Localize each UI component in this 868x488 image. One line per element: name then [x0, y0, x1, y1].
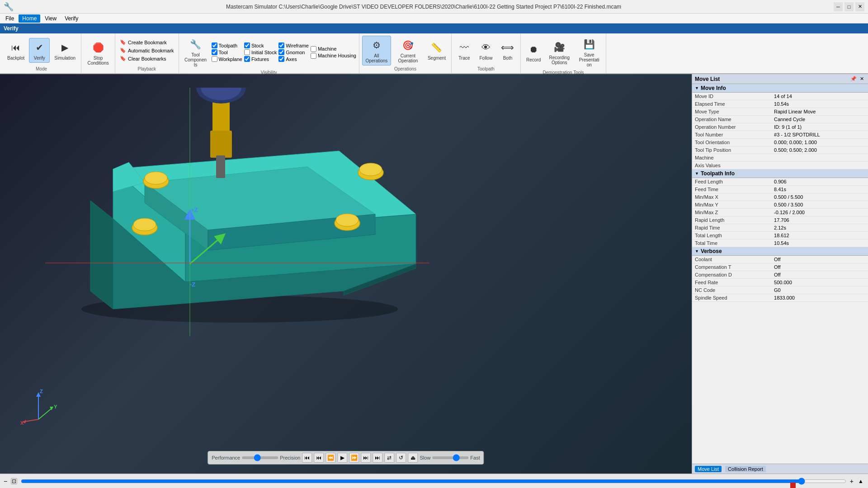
panel-content: ▼ Move Info Move ID14 of 14Elapsed Time1…: [692, 84, 868, 464]
cb-wireframe-input[interactable]: [278, 42, 284, 48]
viewport-bg: +Z -Z Z: [0, 74, 692, 474]
field-key: Elapsed Time: [692, 100, 771, 108]
panel-pin-button[interactable]: 📌: [850, 75, 857, 83]
tool-components-icon: 🔧: [189, 37, 203, 52]
precision-label: Precision: [280, 455, 300, 460]
stop-icon: 🛑: [91, 40, 105, 55]
cb-workplane-input[interactable]: [212, 56, 217, 62]
ribbon-btn-create-bookmark[interactable]: 🔖Create Bookmark: [118, 38, 175, 46]
field-key: Feed Time: [692, 186, 771, 193]
cb-machine-housing-input[interactable]: [311, 53, 316, 59]
cb-machine-input[interactable]: [311, 46, 316, 52]
ribbon-btn-auto-bookmark[interactable]: 🔖Automatic Bookmark: [118, 47, 175, 54]
table-row: Min/Max X0.500 / 5.500: [692, 193, 868, 201]
ribbon-btn-verify[interactable]: ✔ Verify: [29, 38, 50, 63]
pb-extra2-button[interactable]: ⏏: [408, 453, 418, 463]
record-icon: ⏺: [526, 42, 541, 56]
table-row: Tool Orientation0.000; 0.000; 1.000: [692, 139, 868, 146]
pb-prev-start-button[interactable]: ⏮: [314, 453, 324, 463]
trace-icon: 〰: [457, 40, 472, 55]
cb-fixtures-input[interactable]: [244, 56, 250, 62]
toolpath-info-header[interactable]: ▼ Toolpath Info: [692, 169, 868, 178]
verbose-header[interactable]: ▼ Verbose: [692, 247, 868, 256]
ribbon-btn-follow[interactable]: 👁 Follow: [476, 38, 496, 62]
footer-tab-move-list[interactable]: Move List: [695, 466, 722, 472]
zoom-in-button[interactable]: +: [850, 478, 854, 485]
simulation-icon: ▶: [58, 40, 72, 55]
svg-rect-21: [216, 155, 225, 178]
ribbon-btn-current-operation[interactable]: 🎯 Current Operation: [393, 36, 423, 65]
cb-gnomon-input[interactable]: [278, 49, 284, 55]
maximize-button[interactable]: □: [844, 2, 854, 11]
pb-last-button[interactable]: ⏭: [373, 453, 382, 463]
field-key: Coolant: [692, 256, 771, 263]
mode-group-label: Mode: [36, 66, 47, 71]
ribbon-btn-all-operations[interactable]: ⚙ All Operations: [362, 36, 391, 66]
timeline-slider[interactable]: [21, 478, 846, 484]
pb-play-button[interactable]: ▶: [337, 453, 347, 463]
footer-tab-collision-report[interactable]: Collision Report: [725, 466, 766, 472]
pb-rewind-button[interactable]: ⏪: [326, 453, 335, 463]
ribbon-group-stop: 🛑 Stop Conditions: [81, 33, 115, 73]
speed-slider[interactable]: [432, 456, 468, 459]
viewport[interactable]: +Z -Z Z: [0, 74, 692, 474]
cb-axes: Axes: [278, 56, 309, 62]
menu-home[interactable]: Home: [19, 14, 40, 23]
close-button[interactable]: ✕: [855, 2, 864, 11]
ribbon-group-playback: 🔖Create Bookmark 🔖Automatic Bookmark 🔖Cl…: [115, 33, 179, 73]
pb-refresh-button[interactable]: ↺: [396, 453, 406, 463]
ribbon-btn-backplot[interactable]: ⏮ Backplot: [5, 38, 27, 62]
ribbon-btn-save-presentation[interactable]: 💾 Save Presentation: [575, 35, 603, 69]
menu-file[interactable]: File: [2, 14, 18, 23]
field-key: Operation Number: [692, 123, 771, 131]
ribbon-btn-trace[interactable]: 〰 Trace: [454, 38, 474, 62]
move-info-header[interactable]: ▼ Move Info: [692, 84, 868, 93]
field-value: [771, 154, 868, 162]
menu-verify[interactable]: Verify: [61, 14, 82, 23]
ribbon-ops-items: ⚙ All Operations 🎯 Current Operation 📏 S…: [362, 35, 448, 66]
pb-extra1-button[interactable]: ⇄: [384, 453, 394, 463]
ribbon-btn-stop-conditions[interactable]: 🛑 Stop Conditions: [84, 38, 112, 67]
cb-stock-input[interactable]: [244, 42, 250, 48]
performance-slider[interactable]: [242, 456, 278, 459]
field-value: #3 - 1/2 SPOTDRILL: [771, 131, 868, 139]
cb-toolpath-input[interactable]: [212, 42, 217, 48]
cb-gnomon: Gnomon: [278, 49, 309, 55]
table-row: Tool Tip Position0.500; 0.500; 2.000: [692, 146, 868, 154]
cb-tool-input[interactable]: [212, 49, 217, 55]
table-row: Total Length18.612: [692, 232, 868, 239]
cb-machine: Machine: [311, 46, 356, 52]
pb-first-button[interactable]: ⏮: [302, 453, 312, 463]
cb-axes-input[interactable]: [278, 56, 284, 62]
field-value: 8.41s: [771, 186, 868, 193]
panel-close-button[interactable]: ✕: [858, 75, 865, 83]
ribbon-btn-recording-options[interactable]: 🎥 Recording Options: [545, 38, 573, 67]
visibility-checkboxes4: Machine Machine Housing: [311, 46, 356, 59]
field-value: 2.12s: [771, 224, 868, 232]
ribbon-btn-record[interactable]: ⏺ Record: [524, 40, 543, 64]
timeline-zoom-fit[interactable]: ⊡: [11, 478, 17, 484]
menu-view[interactable]: View: [41, 14, 60, 23]
ribbon-btn-both[interactable]: ⟺ Both: [498, 38, 518, 62]
table-row: Feed Rate500.000: [692, 279, 868, 286]
ribbon-btn-tool-components[interactable]: 🔧 Tool Components: [182, 35, 210, 69]
main-area: +Z -Z Z: [0, 74, 868, 474]
minimize-button[interactable]: ─: [834, 2, 843, 11]
toolpath-info-label: Toolpath Info: [701, 170, 735, 177]
panel-header-controls: 📌 ✕: [850, 75, 865, 83]
ribbon-btn-simulation[interactable]: ▶ Simulation: [52, 38, 78, 62]
pb-ff-button[interactable]: ⏩: [349, 453, 359, 463]
ribbon-btn-clear-bookmarks[interactable]: 🔖Clear Bookmarks: [118, 55, 175, 62]
zoom-out-button[interactable]: −: [4, 478, 7, 485]
svg-line-33: [38, 408, 52, 419]
pb-next-button[interactable]: ⏭: [361, 453, 371, 463]
visibility-checkboxes2: Stock Initial Stock Fixtures: [244, 42, 277, 62]
ribbon-mode-items: ⏮ Backplot ✔ Verify ▶ Simulation: [5, 35, 78, 66]
ribbon-tc-items: 🔧 Tool Components Toolpath Tool Workplan…: [182, 35, 356, 69]
field-value: 18.612: [771, 232, 868, 239]
field-key: Tool Tip Position: [692, 146, 771, 154]
field-key: Feed Length: [692, 178, 771, 186]
field-value: 10.54s: [771, 239, 868, 247]
ribbon-btn-segment[interactable]: 📏 Segment: [425, 38, 448, 62]
cb-initial-stock-input[interactable]: [244, 49, 250, 55]
